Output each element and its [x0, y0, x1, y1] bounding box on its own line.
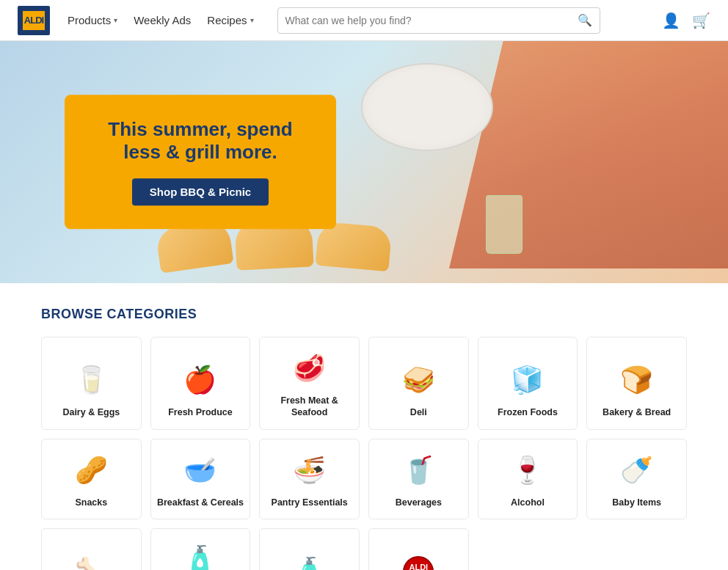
- category-card-snacks[interactable]: 🥜 Snacks: [41, 439, 142, 519]
- products-chevron-icon: ▾: [114, 16, 117, 24]
- category-label-pantry-essentials: Pantry Essentials: [272, 497, 348, 508]
- cart-button[interactable]: 🛒: [692, 12, 710, 29]
- hero-section: This summer, spend less & grill more. Sh…: [0, 41, 728, 283]
- nav-recipes-label: Recipes: [207, 14, 247, 26]
- category-icon-fresh-meat-seafood: 🥩: [291, 349, 329, 387]
- logo[interactable]: ALDI: [18, 6, 50, 35]
- category-label-fresh-meat-seafood: Fresh Meat & Seafood: [266, 395, 353, 419]
- category-card-baby-items[interactable]: 🍼 Baby Items: [586, 439, 687, 519]
- hero-headline: This summer, spend less & grill more.: [91, 118, 310, 164]
- nav-products-label: Products: [68, 14, 111, 26]
- header-icons: 👤 🛒: [662, 12, 710, 29]
- categories-grid: 🥛 Dairy & Eggs 🍎 Fresh Produce 🥩 Fresh M…: [41, 337, 687, 570]
- category-card-deli[interactable]: 🥪 Deli: [368, 337, 469, 430]
- category-icon-bakery-bread: 🍞: [618, 361, 656, 399]
- category-card-aldi-finds[interactable]: ALDIFinds ALDI Finds: [368, 528, 469, 570]
- category-icon-dairy-eggs: 🥛: [72, 361, 110, 399]
- search-button[interactable]: 🔍: [578, 13, 592, 27]
- header: ALDI Products ▾ Weekly Ads Recipes ▾ 🔍 👤…: [0, 0, 728, 41]
- categories-title: BROWSE CATEGORIES: [41, 307, 687, 322]
- category-card-pet-supplies[interactable]: 🦴 Pet Supplies: [41, 528, 142, 570]
- hero-cta-button[interactable]: Shop BBQ & Picnic: [132, 179, 269, 206]
- category-icon-fresh-produce: 🍎: [181, 361, 219, 399]
- category-label-alcohol: Alcohol: [511, 497, 545, 508]
- hero-card: This summer, spend less & grill more. Sh…: [65, 95, 336, 229]
- category-card-bakery-bread[interactable]: 🍞 Bakery & Bread: [586, 337, 687, 430]
- category-icon-pet-supplies: 🦴: [72, 552, 110, 570]
- category-icon-deli: 🥪: [399, 361, 437, 399]
- category-card-household-essentials[interactable]: 🧴 Household Essentials: [150, 528, 251, 570]
- salad-plate: [361, 63, 493, 151]
- search-bar: 🔍: [277, 7, 600, 34]
- category-icon-breakfast-cereals: 🥣: [181, 451, 219, 489]
- category-icon-beverages: 🥤: [399, 451, 437, 489]
- category-card-breakfast-cereals[interactable]: 🥣 Breakfast & Cereals: [150, 439, 251, 519]
- search-input[interactable]: [285, 15, 578, 26]
- account-button[interactable]: 👤: [662, 12, 680, 29]
- account-icon: 👤: [662, 12, 680, 29]
- category-label-baby-items: Baby Items: [612, 497, 661, 508]
- category-label-fresh-produce: Fresh Produce: [168, 406, 233, 418]
- category-label-breakfast-cereals: Breakfast & Cereals: [157, 497, 244, 508]
- category-card-alcohol[interactable]: 🍷 Alcohol: [478, 439, 578, 519]
- categories-section: BROWSE CATEGORIES 🥛 Dairy & Eggs 🍎 Fresh…: [0, 283, 728, 570]
- main-nav: Products ▾ Weekly Ads Recipes ▾: [62, 10, 260, 31]
- category-icon-household-essentials: 🧴: [181, 541, 219, 570]
- nav-weekly-ads-label: Weekly Ads: [134, 14, 191, 26]
- category-card-beverages[interactable]: 🥤 Beverages: [368, 439, 469, 519]
- nav-recipes[interactable]: Recipes ▾: [201, 10, 259, 31]
- category-card-fresh-meat-seafood[interactable]: 🥩 Fresh Meat & Seafood: [259, 337, 360, 430]
- recipes-chevron-icon: ▾: [250, 16, 254, 24]
- category-icon-personal-care: 🧴: [291, 552, 329, 570]
- category-label-dairy-eggs: Dairy & Eggs: [62, 406, 120, 418]
- nav-products[interactable]: Products ▾: [62, 10, 123, 31]
- category-icon-baby-items: 🍼: [618, 451, 656, 489]
- category-icon-alcohol: 🍷: [509, 451, 547, 489]
- category-icon-snacks: 🥜: [72, 451, 110, 489]
- category-label-beverages: Beverages: [396, 497, 442, 508]
- category-card-personal-care[interactable]: 🧴 Personal Care: [259, 528, 360, 570]
- category-label-deli: Deli: [410, 406, 427, 418]
- category-icon-frozen-foods: 🧊: [509, 361, 547, 399]
- category-icon-aldi-finds: ALDIFinds: [399, 552, 437, 570]
- nav-weekly-ads[interactable]: Weekly Ads: [128, 10, 197, 31]
- category-icon-pantry-essentials: 🍜: [291, 451, 329, 489]
- category-label-bakery-bread: Bakery & Bread: [603, 406, 671, 418]
- category-label-frozen-foods: Frozen Foods: [498, 406, 558, 418]
- category-card-pantry-essentials[interactable]: 🍜 Pantry Essentials: [259, 439, 360, 519]
- category-card-fresh-produce[interactable]: 🍎 Fresh Produce: [150, 337, 251, 430]
- category-card-frozen-foods[interactable]: 🧊 Frozen Foods: [478, 337, 578, 430]
- category-label-snacks: Snacks: [75, 497, 107, 508]
- category-card-dairy-eggs[interactable]: 🥛 Dairy & Eggs: [41, 337, 142, 430]
- cart-icon: 🛒: [692, 12, 710, 29]
